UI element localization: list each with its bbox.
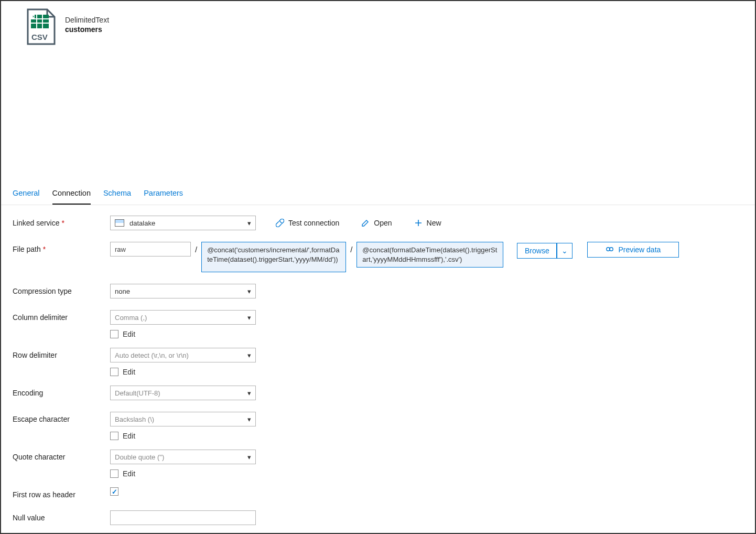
quote-character-dropdown[interactable]: Double quote (") ▾ <box>110 450 256 464</box>
label-quote-character: Quote character <box>13 450 110 461</box>
label-column-delimiter: Column delimiter <box>13 310 110 322</box>
linked-service-dropdown[interactable]: datalake ▾ <box>110 216 256 230</box>
test-connection-button[interactable]: Test connection <box>273 217 342 229</box>
chevron-down-icon: ▾ <box>247 219 251 227</box>
path-separator: / <box>194 242 198 254</box>
null-value-input[interactable] <box>110 510 256 525</box>
svg-text:CSV: CSV <box>31 33 48 41</box>
chevron-down-icon: ▾ <box>247 287 251 295</box>
encoding-dropdown[interactable]: Default(UTF-8) ▾ <box>110 386 256 400</box>
edit-icon <box>361 219 370 227</box>
label-first-row-as-header: First row as header <box>13 487 110 499</box>
dataset-header: x CSV DelimitedText customers <box>1 1 755 47</box>
dataset-type: DelimitedText <box>65 16 109 24</box>
row-delimiter-edit-checkbox[interactable] <box>110 368 118 376</box>
chevron-down-icon: ▾ <box>247 389 251 397</box>
new-button[interactable]: New <box>411 217 445 229</box>
chevron-down-icon: ▾ <box>247 415 251 423</box>
quote-character-edit-checkbox[interactable] <box>110 469 118 478</box>
label-file-path: File path* <box>13 242 110 253</box>
tab-bar: General Connection Schema Parameters <box>1 184 755 205</box>
column-delimiter-dropdown[interactable]: Comma (,) ▾ <box>110 310 256 325</box>
edit-label: Edit <box>123 469 135 478</box>
tab-connection[interactable]: Connection <box>52 184 91 205</box>
compression-type-dropdown[interactable]: none ▾ <box>110 284 256 298</box>
plus-icon <box>414 219 423 227</box>
linked-service-type-icon <box>115 219 124 227</box>
column-delimiter-edit-checkbox[interactable] <box>110 330 118 338</box>
label-compression-type: Compression type <box>13 284 110 295</box>
chevron-down-icon: ▾ <box>247 351 251 359</box>
browse-button[interactable]: Browse <box>517 243 557 259</box>
label-encoding: Encoding <box>13 386 110 397</box>
open-button[interactable]: Open <box>358 217 395 229</box>
chevron-down-icon: ▾ <box>247 314 251 322</box>
file-path-container-input[interactable] <box>110 242 191 257</box>
escape-character-dropdown[interactable]: Backslash (\) ▾ <box>110 412 256 426</box>
label-null-value: Null value <box>13 510 110 522</box>
chevron-down-icon: ⌄ <box>561 247 568 255</box>
edit-label: Edit <box>123 330 135 338</box>
label-linked-service: Linked service* <box>13 216 110 227</box>
preview-data-button[interactable]: Preview data <box>587 242 679 258</box>
path-separator: / <box>349 242 353 254</box>
edit-label: Edit <box>123 432 135 440</box>
file-path-file-expression[interactable]: @concat(formatDateTime(dataset().trigger… <box>357 242 503 268</box>
tab-parameters[interactable]: Parameters <box>144 184 183 205</box>
label-escape-character: Escape character <box>13 412 110 423</box>
label-row-delimiter: Row delimiter <box>13 348 110 359</box>
csv-file-icon: x CSV <box>25 8 57 47</box>
tab-schema[interactable]: Schema <box>103 184 131 205</box>
tab-general[interactable]: General <box>13 184 40 205</box>
preview-icon <box>606 245 614 255</box>
first-row-as-header-checkbox[interactable] <box>110 487 118 496</box>
browse-dropdown-button[interactable]: ⌄ <box>557 243 573 259</box>
file-path-directory-expression[interactable]: @concat('customers/incremental/',formatD… <box>201 242 346 272</box>
linked-service-value: datalake <box>129 219 155 227</box>
edit-label: Edit <box>123 368 135 376</box>
row-delimiter-dropdown[interactable]: Auto detect (\r,\n, or \r\n) ▾ <box>110 348 256 362</box>
escape-character-edit-checkbox[interactable] <box>110 432 118 440</box>
chevron-down-icon: ▾ <box>247 453 251 461</box>
plug-icon <box>276 219 284 227</box>
dataset-name: customers <box>65 25 109 34</box>
